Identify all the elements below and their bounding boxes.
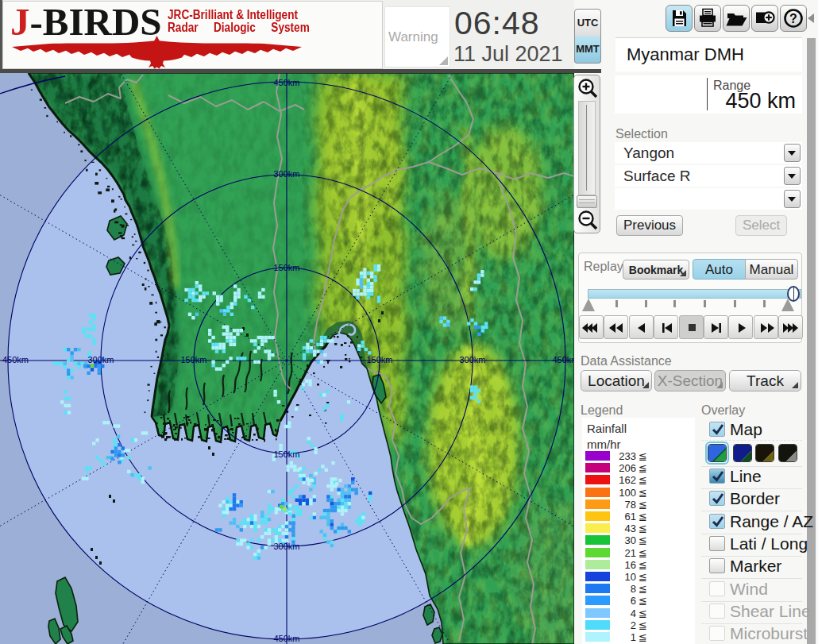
svg-text:450km: 450km	[552, 355, 574, 364]
svg-text:450km: 450km	[2, 355, 29, 364]
svg-text:150km: 150km	[366, 355, 392, 364]
svg-text:300km: 300km	[459, 355, 485, 364]
svg-text:150km: 150km	[273, 263, 299, 272]
svg-text:300km: 300km	[273, 542, 299, 551]
svg-text:300km: 300km	[273, 169, 299, 179]
svg-text:?: ?	[789, 12, 797, 25]
svg-text:150km: 150km	[180, 355, 206, 364]
svg-text:450km: 450km	[273, 634, 299, 643]
svg-text:450km: 450km	[273, 78, 299, 87]
svg-text:150km: 150km	[273, 449, 299, 459]
svg-text:300km: 300km	[87, 355, 114, 364]
